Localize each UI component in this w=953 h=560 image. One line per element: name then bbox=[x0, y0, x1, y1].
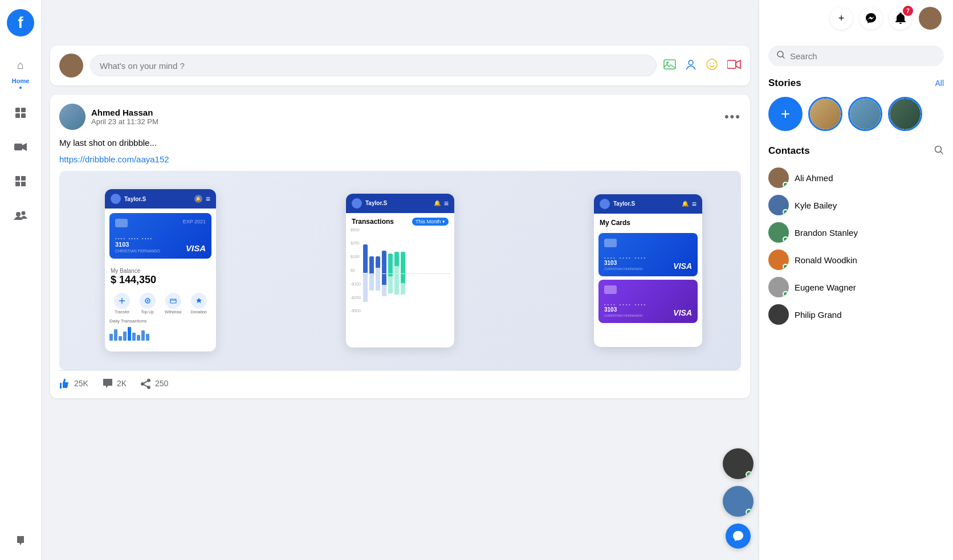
chat-float-1[interactable] bbox=[723, 448, 754, 479]
groups-icon bbox=[10, 205, 31, 226]
post-more-button[interactable]: ••• bbox=[724, 111, 741, 123]
svg-rect-8 bbox=[15, 182, 20, 186]
mockup-card-left: Taylor.S 🔔 ≡ EXP 2021 •••• •• bbox=[105, 189, 216, 351]
story-item-1[interactable] bbox=[808, 97, 842, 131]
contact-name-brandon-stanley: Brandon Stanley bbox=[795, 228, 858, 238]
balance-section: My Balance $ 144,350 bbox=[105, 263, 216, 291]
contact-name-ronald-woodkin: Ronald Woodkin bbox=[795, 255, 857, 265]
chat-float-2[interactable] bbox=[723, 486, 754, 517]
photo-icon[interactable] bbox=[663, 58, 676, 73]
share-icon bbox=[140, 378, 152, 389]
search-input[interactable] bbox=[790, 51, 936, 61]
feedback-icon bbox=[10, 530, 31, 551]
contact-name-philip-grand: Philip Grand bbox=[795, 310, 842, 320]
mockup-center-header: Taylor.S 🔔 ≡ bbox=[346, 194, 454, 213]
header-bar: + 7 bbox=[41, 0, 953, 36]
contact-name-kyle-bailey: Kyle Bailey bbox=[795, 201, 837, 210]
sidebar-item-feedback[interactable] bbox=[10, 530, 31, 551]
header-profile-avatar[interactable] bbox=[919, 7, 942, 30]
contact-item-ali-ahmed[interactable]: Ali Ahmed bbox=[768, 164, 944, 191]
svg-point-11 bbox=[22, 211, 26, 215]
new-chat-button[interactable] bbox=[726, 524, 751, 549]
stories-all-link[interactable]: All bbox=[935, 79, 944, 88]
main-feed: Ahmed Hassan April 23 at 11:32 PM ••• My… bbox=[41, 36, 759, 560]
post-time: April 23 at 11:32 PM bbox=[91, 117, 158, 126]
svg-rect-21 bbox=[170, 299, 176, 303]
facebook-logo[interactable]: f bbox=[7, 9, 34, 36]
svg-rect-6 bbox=[15, 176, 20, 181]
contact-avatar-philip-grand bbox=[768, 304, 789, 325]
stories-title: Stories bbox=[768, 77, 801, 89]
sidebar-item-marketplace[interactable] bbox=[10, 171, 31, 191]
sidebar-item-video[interactable] bbox=[10, 137, 31, 157]
contact-item-brandon-stanley[interactable]: Brandon Stanley bbox=[768, 219, 944, 246]
post-author-name: Ahmed Hassan bbox=[91, 108, 158, 117]
current-user-avatar bbox=[59, 54, 83, 77]
svg-point-18 bbox=[713, 63, 714, 64]
right-sidebar: Stories All + Contacts bbox=[759, 0, 953, 560]
post-link[interactable]: https://dribbble.com/aaya152 bbox=[59, 154, 741, 164]
shares-stat[interactable]: 250 bbox=[140, 378, 168, 389]
contact-item-eugene-wagner[interactable]: Eugene Wagner bbox=[768, 273, 944, 301]
likes-stat[interactable]: 25K bbox=[59, 378, 88, 389]
contact-name-eugene-wagner: Eugene Wagner bbox=[795, 283, 856, 292]
create-button[interactable]: + bbox=[830, 7, 853, 30]
chat-floats bbox=[723, 448, 754, 549]
shares-count: 250 bbox=[155, 379, 168, 388]
post-stats: 25K 2K 250 bbox=[59, 370, 741, 389]
marketplace-icon bbox=[10, 171, 31, 191]
contacts-search-icon[interactable] bbox=[934, 145, 944, 157]
svg-marker-5 bbox=[22, 143, 27, 151]
comment-icon bbox=[102, 378, 113, 389]
post-author-avatar bbox=[59, 104, 85, 130]
post-card: Ahmed Hassan April 23 at 11:32 PM ••• My… bbox=[50, 95, 750, 398]
notifications-button[interactable]: 7 bbox=[889, 7, 912, 30]
search-icon bbox=[776, 50, 785, 62]
post-author-details: Ahmed Hassan April 23 at 11:32 PM bbox=[91, 108, 158, 126]
story-item-3[interactable] bbox=[888, 97, 922, 131]
likes-count: 25K bbox=[74, 379, 88, 388]
svg-marker-12 bbox=[17, 536, 24, 545]
messenger-button[interactable] bbox=[860, 7, 882, 30]
sidebar-item-groups[interactable] bbox=[10, 205, 31, 226]
online-indicator-eugene-wagner bbox=[783, 291, 788, 297]
balance-label: My Balance bbox=[111, 268, 210, 274]
svg-rect-1 bbox=[21, 108, 26, 112]
contact-avatar-kyle-bailey bbox=[768, 195, 789, 215]
svg-rect-7 bbox=[21, 176, 26, 181]
svg-rect-0 bbox=[15, 108, 20, 112]
svg-point-16 bbox=[707, 59, 717, 70]
sidebar-item-home[interactable]: ⌂ Home bbox=[10, 55, 31, 89]
daily-chart: Daily Transactions bbox=[105, 316, 216, 343]
chat-float-online-1 bbox=[746, 471, 752, 478]
contact-item-ronald-woodkin[interactable]: Ronald Woodkin bbox=[768, 246, 944, 273]
post-text: My last shot on dribbble... bbox=[59, 137, 741, 150]
create-post-input[interactable] bbox=[90, 55, 657, 76]
post-image-mockup: Taylor.S 🔔 ≡ EXP 2021 •••• •• bbox=[59, 171, 741, 370]
online-indicator-ronald-woodkin bbox=[783, 264, 788, 269]
feeling-icon[interactable] bbox=[706, 58, 718, 73]
contact-item-kyle-bailey[interactable]: Kyle Bailey bbox=[768, 191, 944, 219]
comments-stat[interactable]: 2K bbox=[102, 378, 127, 389]
search-box bbox=[768, 46, 944, 66]
home-icon: ⌂ bbox=[10, 55, 31, 75]
stories-row: + bbox=[768, 97, 944, 131]
add-story-button[interactable]: + bbox=[768, 97, 803, 131]
post-header: Ahmed Hassan April 23 at 11:32 PM ••• bbox=[59, 104, 741, 130]
action-icons: Transfer Top Up Withdraw bbox=[105, 291, 216, 316]
video-post-icon[interactable] bbox=[727, 59, 741, 72]
contact-name-ali-ahmed: Ali Ahmed bbox=[795, 173, 833, 183]
story-item-2[interactable] bbox=[848, 97, 882, 131]
notification-count-badge: 7 bbox=[903, 6, 913, 16]
mockup-right-header: Taylor.S 🔔 ≡ bbox=[594, 194, 702, 214]
contact-item-philip-grand[interactable]: Philip Grand bbox=[768, 301, 944, 328]
sidebar-item-layers[interactable] bbox=[10, 103, 31, 123]
contact-avatar-brandon-stanley bbox=[768, 222, 789, 243]
mockup-left-header: Taylor.S 🔔 ≡ bbox=[105, 189, 216, 209]
svg-point-10 bbox=[16, 212, 21, 216]
sidebar-item-home-label: Home bbox=[12, 77, 30, 84]
transactions-title-row: Transactions This Month ▾ bbox=[346, 213, 454, 228]
svg-rect-2 bbox=[15, 113, 20, 118]
online-indicator-brandon-stanley bbox=[783, 236, 788, 242]
tag-icon[interactable] bbox=[685, 58, 697, 73]
